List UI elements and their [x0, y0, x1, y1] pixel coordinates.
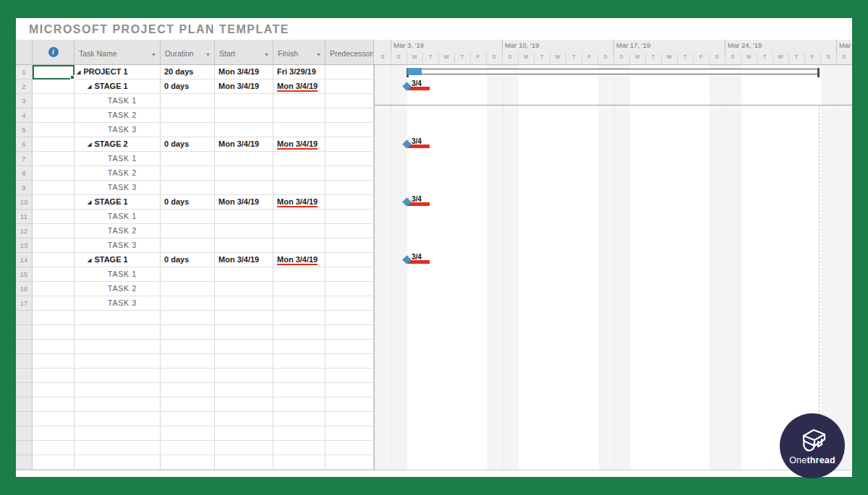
duration-cell[interactable]	[161, 426, 215, 441]
task-name-cell[interactable]: ◢PROJECT 1	[75, 65, 161, 79]
info-cell[interactable]	[33, 311, 75, 325]
info-cell[interactable]	[33, 79, 75, 94]
task-name-cell[interactable]	[75, 369, 161, 383]
info-cell[interactable]	[33, 108, 75, 123]
info-column-header[interactable]: i	[33, 40, 75, 65]
predecessors-cell[interactable]	[326, 311, 374, 325]
predecessors-cell[interactable]	[326, 397, 374, 412]
info-cell[interactable]	[33, 412, 75, 426]
start-cell[interactable]	[215, 354, 273, 369]
row-number[interactable]	[16, 311, 33, 325]
start-cell[interactable]: Mon 3/4/19	[215, 195, 273, 210]
duration-cell[interactable]	[161, 397, 215, 412]
task-name-cell[interactable]: TASK 2	[75, 224, 161, 238]
duration-cell[interactable]	[161, 94, 215, 108]
start-cell[interactable]	[215, 441, 273, 455]
predecessors-cell[interactable]	[326, 455, 374, 470]
row-number[interactable]	[16, 325, 33, 340]
duration-cell[interactable]: 0 days	[161, 195, 215, 210]
info-cell[interactable]	[33, 340, 75, 354]
duration-cell[interactable]	[161, 296, 215, 311]
predecessors-cell[interactable]	[326, 181, 374, 195]
duration-cell[interactable]	[161, 267, 215, 282]
task-name-cell[interactable]: TASK 1	[75, 94, 161, 108]
milestone-marker[interactable]: 3/4	[404, 79, 454, 94]
row-number[interactable]: 1	[16, 65, 33, 79]
duration-cell[interactable]	[161, 340, 215, 354]
start-cell[interactable]	[215, 123, 273, 137]
finish-cell[interactable]	[273, 455, 326, 470]
start-cell[interactable]: Mon 3/4/19	[215, 253, 273, 267]
row-number[interactable]	[16, 412, 33, 426]
finish-cell[interactable]	[273, 267, 326, 282]
row-number[interactable]: 11	[16, 210, 33, 224]
duration-cell[interactable]	[161, 152, 215, 166]
info-cell[interactable]	[33, 354, 75, 369]
task-name-cell[interactable]: ◢STAGE 1	[75, 253, 161, 267]
finish-cell[interactable]	[273, 210, 326, 224]
start-cell[interactable]	[215, 152, 273, 166]
predecessors-cell[interactable]	[326, 79, 374, 94]
row-number[interactable]: 5	[16, 123, 33, 137]
start-cell[interactable]: Mon 3/4/19	[215, 137, 273, 152]
predecessors-cell[interactable]	[326, 210, 374, 224]
task-name-cell[interactable]: TASK 2	[75, 108, 161, 123]
row-number[interactable]	[16, 426, 33, 441]
info-cell[interactable]	[33, 383, 75, 397]
row-number[interactable]: 8	[16, 166, 33, 181]
task-name-cell[interactable]: TASK 2	[75, 282, 161, 296]
row-number[interactable]: 10	[16, 195, 33, 210]
predecessors-cell[interactable]	[326, 195, 374, 210]
predecessors-cell[interactable]	[326, 65, 374, 79]
row-number[interactable]: 9	[16, 181, 33, 195]
start-cell[interactable]	[215, 224, 273, 238]
task-name-cell[interactable]	[75, 311, 161, 325]
start-cell[interactable]	[215, 325, 273, 340]
task-name-cell[interactable]: TASK 3	[75, 181, 161, 195]
start-cell[interactable]	[215, 94, 273, 108]
finish-cell[interactable]	[273, 94, 326, 108]
predecessors-cell[interactable]	[326, 426, 374, 441]
info-cell[interactable]	[33, 253, 75, 267]
task-name-cell[interactable]	[75, 383, 161, 397]
finish-cell[interactable]: Mon 3/4/19	[273, 137, 326, 152]
row-number[interactable]: 2	[16, 79, 33, 94]
select-all-corner[interactable]	[16, 40, 33, 65]
duration-cell[interactable]: 0 days	[161, 137, 215, 152]
start-cell[interactable]: Mon 3/4/19	[215, 79, 273, 94]
duration-cell[interactable]	[161, 166, 215, 181]
predecessors-cell[interactable]	[326, 224, 374, 238]
predecessors-cell[interactable]	[326, 238, 374, 253]
row-number[interactable]: 17	[16, 296, 33, 311]
start-cell[interactable]	[215, 210, 273, 224]
outline-expand-icon[interactable]: ◢	[88, 199, 91, 205]
task-name-cell[interactable]: ◢STAGE 2	[75, 137, 161, 152]
row-number[interactable]: 6	[16, 137, 33, 152]
info-cell[interactable]	[33, 369, 75, 383]
finish-cell[interactable]	[273, 282, 326, 296]
filter-dropdown-icon[interactable]: ▼	[205, 52, 210, 57]
row-number[interactable]	[16, 397, 33, 412]
finish-cell[interactable]	[273, 108, 326, 123]
predecessors-cell[interactable]	[326, 152, 374, 166]
row-number[interactable]	[16, 369, 33, 383]
predecessors-cell[interactable]	[326, 354, 374, 369]
milestone-marker[interactable]: 3/4	[404, 137, 454, 152]
finish-cell[interactable]	[273, 166, 326, 181]
finish-cell[interactable]	[273, 441, 326, 455]
info-cell[interactable]	[33, 267, 75, 282]
row-number[interactable]: 16	[16, 282, 33, 296]
row-number[interactable]: 15	[16, 267, 33, 282]
duration-cell[interactable]	[161, 325, 215, 340]
task-name-cell[interactable]: ◢STAGE 1	[75, 79, 161, 94]
predecessors-cell[interactable]	[326, 296, 374, 311]
finish-cell[interactable]	[273, 426, 326, 441]
column-header-start[interactable]: Start▼	[215, 40, 273, 65]
task-name-cell[interactable]	[75, 455, 161, 470]
start-cell[interactable]	[215, 238, 273, 253]
predecessors-cell[interactable]	[326, 369, 374, 383]
task-name-cell[interactable]: ◢STAGE 1	[75, 195, 161, 210]
start-cell[interactable]	[215, 166, 273, 181]
column-header-task-name[interactable]: Task Name▼	[75, 40, 161, 65]
column-header-duration[interactable]: Duration▼	[161, 40, 215, 65]
